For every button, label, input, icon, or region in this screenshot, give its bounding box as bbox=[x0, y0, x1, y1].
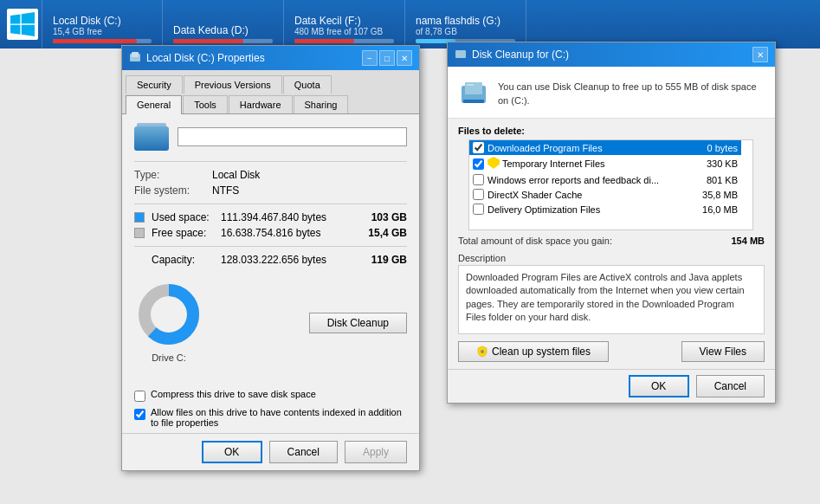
drive-name-input[interactable] bbox=[178, 127, 407, 146]
cleanup-header-icon bbox=[458, 77, 489, 111]
file-item-1-name: Temporary Internet Files bbox=[502, 158, 694, 169]
drive-tab-c[interactable]: Local Disk (C:) 15,4 GB free bbox=[42, 0, 163, 48]
file-checkbox-2[interactable] bbox=[473, 174, 484, 185]
file-checkbox-0[interactable] bbox=[473, 142, 484, 153]
close-button[interactable]: ✕ bbox=[397, 50, 412, 66]
tab-tools[interactable]: Tools bbox=[183, 95, 228, 113]
drive-tab-d[interactable]: Data Kedua (D:) bbox=[163, 0, 284, 48]
cleanup-ok-button[interactable]: OK bbox=[629, 375, 689, 397]
files-list-wrapper: Downloaded Program Files 0 bytes Tempora… bbox=[458, 139, 765, 230]
drive-tab-d-label: Data Kedua (D:) bbox=[173, 24, 249, 36]
tab-sharing[interactable]: Sharing bbox=[294, 95, 349, 113]
file-item-4[interactable]: Delivery Optimization Files 16,0 MB bbox=[469, 202, 741, 216]
file-item-4-size: 16,0 MB bbox=[694, 204, 738, 215]
compress-label: Compress this drive to save disk space bbox=[151, 389, 316, 399]
properties-footer: OK Cancel Apply bbox=[122, 433, 419, 470]
tab-general[interactable]: General bbox=[126, 95, 182, 114]
file-item-1[interactable]: Temporary Internet Files 330 KB bbox=[469, 155, 741, 172]
description-box: Downloaded Program Files are ActiveX con… bbox=[458, 265, 765, 334]
cleanup-close-button[interactable]: ✕ bbox=[752, 47, 768, 62]
compress-checkbox-row: Compress this drive to save disk space bbox=[134, 389, 407, 402]
drive-bar-c-bg bbox=[53, 39, 152, 43]
file-checkbox-4[interactable] bbox=[473, 204, 484, 215]
props-ok-button[interactable]: OK bbox=[202, 441, 262, 463]
clean-system-label: Clean up system files bbox=[492, 346, 591, 358]
properties-title: Local Disk (C:) Properties bbox=[146, 52, 362, 64]
free-gb: 15,4 GB bbox=[368, 227, 407, 239]
drive-c-label: Drive C: bbox=[152, 352, 186, 363]
properties-dialog: Local Disk (C:) Properties − □ ✕ Securit… bbox=[121, 45, 420, 471]
description-title: Description bbox=[448, 249, 775, 265]
files-list: Downloaded Program Files 0 bytes Tempora… bbox=[468, 139, 754, 230]
file-item-0-size: 0 bytes bbox=[694, 143, 738, 153]
props-cancel-button[interactable]: Cancel bbox=[269, 441, 338, 463]
cleanup-cancel-button[interactable]: Cancel bbox=[696, 375, 765, 397]
drive-icon bbox=[134, 123, 169, 151]
file-item-0-name: Downloaded Program Files bbox=[487, 143, 694, 153]
index-checkbox[interactable] bbox=[134, 409, 145, 420]
total-label: Total amount of disk space you gain: bbox=[458, 236, 612, 246]
donut-chart bbox=[134, 280, 203, 349]
tab-hardware[interactable]: Hardware bbox=[229, 95, 293, 113]
drive-tab-c-free: 15,4 GB free bbox=[53, 27, 102, 36]
drive-bar-c-fill bbox=[53, 39, 137, 43]
files-to-delete-label: Files to delete: bbox=[448, 119, 775, 139]
minimize-button[interactable]: − bbox=[362, 50, 378, 66]
svg-rect-7 bbox=[463, 100, 484, 103]
capacity-row: Capacity: 128.033.222.656 bytes 119 GB bbox=[134, 254, 407, 266]
drive-tab-f-label: Data Kecil (F:) bbox=[294, 15, 361, 27]
free-label: Free space: bbox=[152, 227, 221, 239]
total-row: Total amount of disk space you gain: 154… bbox=[448, 230, 775, 249]
index-label: Allow files on this drive to have conten… bbox=[151, 407, 407, 428]
file-item-3[interactable]: DirectX Shader Cache 35,8 MB bbox=[469, 187, 741, 202]
drive-bar-d-fill bbox=[173, 39, 243, 43]
drive-tab-f-free: 480 MB free of 107 GB bbox=[294, 27, 383, 36]
tab-previous-versions[interactable]: Previous Versions bbox=[184, 75, 282, 94]
disk-cleanup-button[interactable]: Disk Cleanup bbox=[309, 313, 407, 333]
compress-checkbox[interactable] bbox=[134, 391, 145, 402]
cleanup-footer: OK Cancel bbox=[448, 369, 775, 403]
drive-bar-d-bg bbox=[173, 39, 273, 43]
capacity-bytes: 128.033.222.656 bytes bbox=[221, 254, 371, 266]
drive-tab-g-free: of 8,78 GB bbox=[416, 27, 457, 36]
view-files-button[interactable]: View Files bbox=[681, 341, 765, 362]
type-label: Type: bbox=[134, 169, 212, 181]
file-item-3-name: DirectX Shader Cache bbox=[487, 190, 694, 200]
cleanup-titlebar-icon bbox=[455, 48, 467, 62]
total-value: 154 MB bbox=[731, 236, 765, 246]
windows-icon bbox=[7, 9, 38, 40]
filesystem-value: NTFS bbox=[212, 184, 239, 197]
properties-titlebar-icon bbox=[129, 51, 141, 66]
file-checkbox-1[interactable] bbox=[473, 158, 484, 170]
cleanup-titlebar: Disk Cleanup for (C:) ✕ bbox=[448, 42, 775, 67]
file-item-1-size: 330 KB bbox=[694, 158, 738, 169]
cleanup-header-text: You can use Disk Cleanup to free up to 5… bbox=[498, 81, 765, 107]
shield-gear-icon bbox=[476, 346, 488, 358]
drive-tab-g-label: nama flashdis (G:) bbox=[416, 15, 500, 27]
svg-rect-4 bbox=[455, 50, 466, 58]
used-space-row: Used space: 111.394.467.840 bytes 103 GB bbox=[134, 211, 407, 223]
cleanup-actions: Clean up system files View Files bbox=[448, 334, 775, 369]
capacity-gb: 119 GB bbox=[371, 254, 407, 266]
file-item-2[interactable]: Windows error reports and feedback di...… bbox=[469, 172, 741, 187]
used-color-box bbox=[134, 212, 145, 223]
file-checkbox-3[interactable] bbox=[473, 189, 484, 200]
clean-system-files-button[interactable]: Clean up system files bbox=[458, 341, 609, 362]
files-list-scrollbar[interactable] bbox=[752, 139, 754, 230]
drive-icon-area bbox=[134, 123, 407, 151]
free-bytes: 16.638.754.816 bytes bbox=[221, 227, 368, 239]
filesystem-label: File system: bbox=[134, 184, 212, 197]
props-body: Type: Local Disk File system: NTFS Used … bbox=[122, 114, 419, 389]
props-apply-button[interactable]: Apply bbox=[345, 441, 407, 463]
used-gb: 103 GB bbox=[371, 211, 407, 223]
svg-rect-8 bbox=[467, 84, 474, 86]
file-item-0[interactable]: Downloaded Program Files 0 bytes bbox=[469, 140, 741, 155]
index-checkbox-row: Allow files on this drive to have conten… bbox=[134, 407, 407, 428]
maximize-button[interactable]: □ bbox=[379, 50, 395, 66]
type-row: Type: Local Disk bbox=[134, 169, 407, 181]
drive-tab-f[interactable]: Data Kecil (F:) 480 MB free of 107 GB bbox=[284, 0, 405, 48]
cleanup-header: You can use Disk Cleanup to free up to 5… bbox=[448, 67, 775, 119]
tab-quota[interactable]: Quota bbox=[283, 75, 332, 94]
tab-security[interactable]: Security bbox=[126, 75, 183, 94]
properties-titlebar: Local Disk (C:) Properties − □ ✕ bbox=[122, 46, 419, 70]
